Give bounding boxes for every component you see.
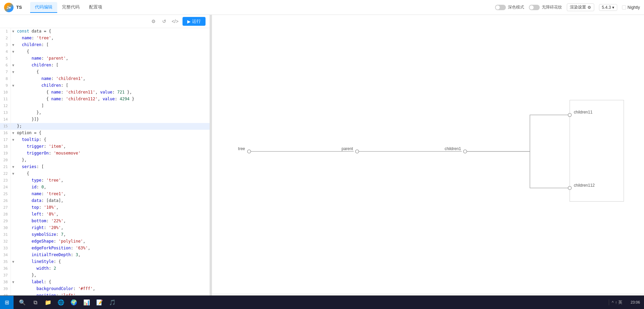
code-line-19: 19 triggerOn: 'mousemove' [0, 150, 210, 157]
label-children1: children1 [445, 146, 461, 151]
dark-mode-toggle-row: 深色模式 [495, 4, 524, 10]
tab-config[interactable]: 配置项 [84, 2, 107, 13]
top-toolbar: J● TS 代码编辑 完整代码 配置项 深色模式 无障碍花纹 渲染设置 ⚙ 5.… [0, 0, 644, 15]
code-line-29: 29 bottom: '22%', [0, 218, 210, 225]
tab-group: 代码编辑 完整代码 配置项 [30, 2, 107, 13]
code-line-30: 30 right: '20%', [0, 225, 210, 231]
avatar: J● [4, 3, 14, 12]
node-parent[interactable] [356, 150, 359, 153]
start-button[interactable]: ⊞ [0, 296, 14, 309]
label-children11: children11 [574, 110, 593, 115]
code-panel: ⚙ ↺ </> ▶ 运行 1 ▼ const data = { 2 name: … [0, 15, 210, 309]
render-label: 渲染设置 [570, 4, 586, 10]
accessible-pattern-row: 无障碍花纹 [529, 4, 562, 10]
code-line-38: 38 ▼ label: { [0, 279, 210, 286]
code-line-5: 5 name: 'parent', [0, 55, 210, 62]
chart-panel: tree parent children1 children11 childre… [212, 15, 644, 309]
node-tree[interactable] [248, 150, 251, 153]
code-line-13: 13 }, [0, 109, 210, 116]
code-line-18: 18 trigger: 'item', [0, 143, 210, 150]
taskbar-right: ^ ↑ 英 23:06 [609, 300, 644, 305]
code-editor[interactable]: 1 ▼ const data = { 2 name: 'tree', 3 ▼ c… [0, 28, 210, 309]
run-button[interactable]: ▶ 运行 [183, 17, 206, 26]
chart-area: tree parent children1 children11 childre… [212, 15, 644, 293]
search-taskbar-icon[interactable]: 🔍 [16, 296, 28, 309]
taskbar: ⊞ 🔍 ⧉ 📁 🌐 🌍 📊 📝 🎵 ^ ↑ 英 23:06 [0, 295, 644, 309]
tree-chart-svg: tree parent children1 children11 childre… [212, 15, 644, 293]
code-line-32: 32 edgeShape: 'polyline', [0, 238, 210, 245]
version-label: 5.4.3 [602, 5, 611, 10]
taskbar-icons: 🔍 ⧉ 📁 🌐 🌍 📊 📝 🎵 [14, 296, 121, 309]
code-line-34: 34 initialTreeDepth: 3, [0, 252, 210, 259]
nightly-check[interactable]: Nightly [622, 5, 640, 10]
code-line-12: 12 ] [0, 103, 210, 109]
nightly-checkbox[interactable] [622, 5, 626, 9]
brand-label: TS [16, 5, 22, 10]
code-line-16: 16 ▼ option = { [0, 130, 210, 137]
code-line-27: 27 top: '10%', [0, 204, 210, 211]
run-icon: ▶ [187, 19, 191, 24]
code-line-24: 24 id: 0, [0, 184, 210, 191]
label-parent: parent [342, 146, 353, 151]
code-line-14: 14 }]} [0, 116, 210, 123]
code-toolbar-icons: ⚙ ↺ </> [149, 17, 179, 25]
code-line-17: 17 ▼ tooltip: { [0, 137, 210, 143]
refresh-icon-btn[interactable]: ↺ [160, 17, 168, 25]
chevron-down-icon: ▾ [612, 5, 614, 10]
code-line-25: 25 name: 'tree1', [0, 191, 210, 198]
time-display: 23:06 [630, 300, 640, 305]
clock[interactable]: 23:06 [628, 300, 640, 305]
label-children112: children112 [574, 183, 595, 188]
code-line-36: 36 width: 2 [0, 265, 210, 272]
node-children11[interactable] [568, 113, 572, 117]
code-line-1: 1 ▼ const data = { [0, 28, 210, 35]
windows-icon: ⊞ [5, 299, 9, 306]
code-line-15: 15 }; [0, 123, 210, 130]
accessible-toggle[interactable] [529, 5, 540, 10]
code-line-4: 4 ▼ { [0, 48, 210, 55]
chrome-icon[interactable]: 🌍 [68, 296, 80, 309]
code-line-39: 39 backgroundColor: '#fff', [0, 286, 210, 292]
tab-code-edit[interactable]: 代码编辑 [30, 2, 57, 13]
code-line-10: 10 { name: 'children11', value: 721 }, [0, 89, 210, 96]
code-line-20: 20 }, [0, 157, 210, 164]
code-line-2: 2 name: 'tree', [0, 35, 210, 42]
accessible-label: 无障碍花纹 [542, 4, 562, 10]
app1-icon[interactable]: 📊 [81, 296, 93, 309]
dark-mode-toggle[interactable] [495, 5, 506, 10]
dark-mode-label: 深色模式 [508, 4, 524, 10]
code-line-31: 31 symbolSize: 7, [0, 231, 210, 238]
version-selector[interactable]: 5.4.3 ▾ [599, 4, 618, 11]
embed-icon-btn[interactable]: </> [171, 17, 179, 25]
code-line-11: 11 { name: 'children112', value: 4294 } [0, 96, 210, 103]
app2-icon[interactable]: 📝 [93, 296, 106, 309]
nightly-label: Nightly [627, 5, 640, 10]
main-area: ⚙ ↺ </> ▶ 运行 1 ▼ const data = { 2 name: … [0, 15, 644, 309]
code-line-26: 26 data: [data], [0, 198, 210, 204]
code-line-22: 22 ▼ { [0, 170, 210, 177]
code-line-33: 33 edgeForkPosition: '63%', [0, 245, 210, 252]
settings-icon-btn[interactable]: ⚙ [149, 17, 157, 25]
edge-icon[interactable]: 🌐 [55, 296, 67, 309]
code-line-35: 35 ▼ lineStyle: { [0, 259, 210, 265]
code-panel-header: ⚙ ↺ </> ▶ 运行 [0, 15, 210, 28]
code-line-7: 7 ▼ { [0, 69, 210, 76]
app3-icon[interactable]: 🎵 [106, 296, 119, 309]
tab-complete-code[interactable]: 完整代码 [57, 2, 84, 13]
render-settings[interactable]: 渲染设置 ⚙ [567, 3, 594, 11]
lang-icon[interactable]: 英 [618, 300, 622, 305]
explorer-icon[interactable]: 📁 [42, 296, 54, 309]
network-icon[interactable]: ↑ [615, 300, 617, 305]
code-line-21: 21 ▼ series: [ [0, 164, 210, 170]
toolbar-right: 深色模式 无障碍花纹 渲染设置 ⚙ 5.4.3 ▾ Nightly [495, 3, 640, 11]
code-line-9: 9 ▼ children: [ [0, 82, 210, 89]
code-line-28: 28 left: '8%', [0, 211, 210, 218]
code-line-3: 3 ▼ children: [ [0, 42, 210, 48]
tray-up-icon[interactable]: ^ [612, 300, 614, 305]
node-children112[interactable] [568, 186, 572, 190]
settings-icon: ⚙ [587, 5, 591, 10]
node-children1[interactable] [464, 150, 467, 153]
run-label: 运行 [192, 18, 201, 24]
label-tree: tree [238, 146, 245, 151]
taskview-icon[interactable]: ⧉ [29, 296, 41, 309]
